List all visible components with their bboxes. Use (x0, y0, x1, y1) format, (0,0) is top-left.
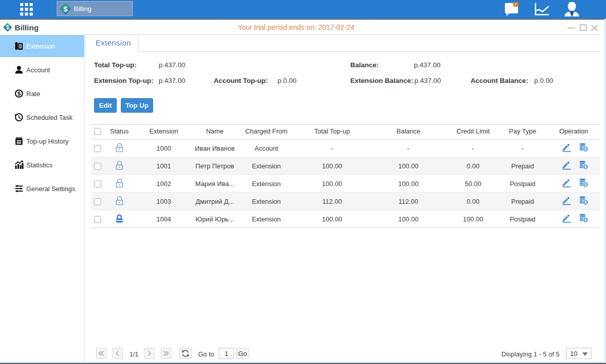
svg-text:$: $ (63, 5, 68, 13)
svg-text:!: ! (515, 2, 517, 7)
svg-text:$: $ (17, 90, 20, 97)
